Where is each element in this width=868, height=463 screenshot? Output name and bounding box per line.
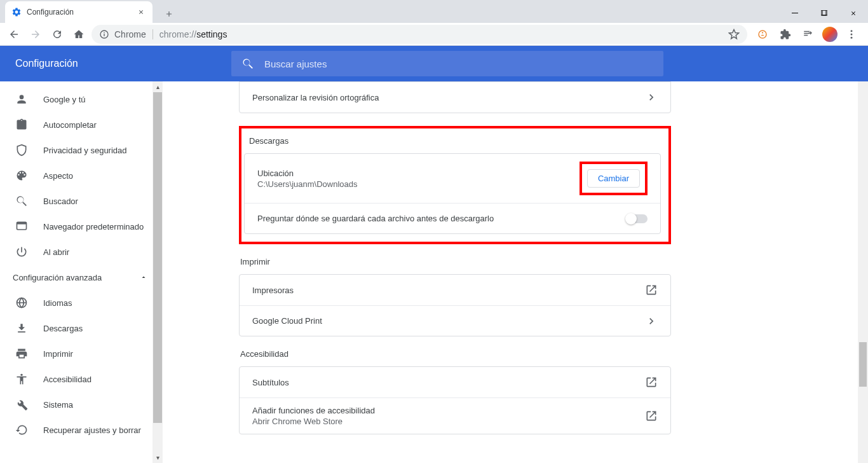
sidebar-item-label: Aspecto bbox=[43, 171, 73, 181]
spellcheck-card: Personalizar la revisión ortográfica bbox=[239, 81, 671, 113]
toolbar-right bbox=[751, 25, 863, 43]
site-info-icon bbox=[99, 29, 109, 39]
sidebar-item-downloads[interactable]: Descargas bbox=[0, 315, 163, 341]
svg-point-7 bbox=[851, 30, 853, 32]
ask-label: Preguntar dónde se guardará cada archivo… bbox=[257, 214, 494, 223]
back-button[interactable] bbox=[5, 25, 23, 43]
settings-search[interactable] bbox=[231, 51, 663, 76]
downloads-highlight: Descargas Ubicación C:\Users\juanm\Downl… bbox=[239, 126, 671, 244]
content-scrollbar[interactable] bbox=[858, 81, 868, 463]
printer-icon bbox=[15, 347, 28, 360]
clipboard-icon bbox=[15, 118, 28, 131]
search-icon bbox=[15, 195, 28, 207]
sidebar-item-appearance[interactable]: Aspecto bbox=[0, 163, 163, 188]
svg-rect-0 bbox=[792, 13, 798, 13]
home-button[interactable] bbox=[70, 25, 88, 43]
ask-toggle[interactable] bbox=[626, 214, 648, 223]
location-label: Ubicación bbox=[257, 169, 358, 178]
profile-avatar[interactable] bbox=[822, 27, 837, 42]
extension-icon[interactable] bbox=[754, 25, 771, 43]
sidebar: Google y tú Autocompletar Privacidad y s… bbox=[0, 81, 163, 463]
settings-favicon-icon bbox=[11, 7, 22, 17]
sidebar-item-google[interactable]: Google y tú bbox=[0, 86, 163, 112]
spellcheck-row[interactable]: Personalizar la revisión ortográfica bbox=[240, 82, 670, 113]
url-chip: Chrome bbox=[114, 29, 153, 39]
svg-point-13 bbox=[20, 374, 22, 376]
scroll-up-icon[interactable]: ▴ bbox=[153, 81, 163, 92]
close-window-button[interactable] bbox=[839, 4, 868, 23]
download-icon bbox=[15, 322, 28, 335]
minimize-button[interactable] bbox=[780, 4, 810, 23]
gcp-row[interactable]: Google Cloud Print bbox=[240, 305, 670, 336]
svg-point-4 bbox=[104, 32, 105, 33]
restore-icon bbox=[15, 424, 28, 436]
search-icon bbox=[241, 57, 254, 70]
sidebar-item-languages[interactable]: Idiomas bbox=[0, 290, 163, 315]
sidebar-item-reset[interactable]: Recuperar ajustes y borrar bbox=[0, 417, 163, 443]
subtitles-row[interactable]: Subtítulos bbox=[240, 367, 670, 397]
chevron-right-icon bbox=[645, 315, 658, 328]
scroll-thumb[interactable] bbox=[153, 92, 162, 423]
tab-close-icon[interactable] bbox=[136, 7, 146, 17]
sidebar-item-onstartup[interactable]: Al abrir bbox=[0, 239, 163, 265]
globe-icon bbox=[15, 296, 28, 309]
omnibox[interactable]: Chrome chrome://settings bbox=[92, 25, 747, 44]
svg-rect-1 bbox=[821, 10, 826, 15]
a11y-card: Subtítulos Añadir funciones de accesibil… bbox=[239, 366, 671, 434]
reading-list-icon[interactable] bbox=[799, 25, 817, 43]
content-area: Personalizar la revisión ortográfica Des… bbox=[163, 81, 868, 463]
sidebar-item-accessibility[interactable]: Accesibilidad bbox=[0, 366, 163, 392]
power-icon bbox=[15, 245, 28, 258]
star-icon[interactable] bbox=[728, 29, 740, 40]
row-sub: Abrir Chrome Web Store bbox=[252, 417, 375, 426]
svg-point-9 bbox=[851, 36, 853, 38]
sidebar-item-label: Privacidad y seguridad bbox=[43, 146, 127, 155]
svg-rect-2 bbox=[822, 10, 827, 15]
scroll-down-icon[interactable]: ▾ bbox=[153, 452, 163, 463]
sidebar-item-label: Idiomas bbox=[43, 298, 72, 308]
person-icon bbox=[15, 93, 28, 106]
main: Google y tú Autocompletar Privacidad y s… bbox=[0, 81, 868, 463]
wrench-icon bbox=[15, 398, 28, 411]
extensions-puzzle-icon[interactable] bbox=[776, 25, 794, 43]
download-location-row: Ubicación C:\Users\juanm\Downloads Cambi… bbox=[245, 154, 660, 203]
print-card: Impresoras Google Cloud Print bbox=[239, 274, 671, 336]
add-features-row[interactable]: Añadir funciones de accesibilidad Abrir … bbox=[240, 397, 670, 434]
svg-rect-11 bbox=[17, 222, 27, 224]
row-label: Subtítulos bbox=[252, 378, 289, 387]
sidebar-item-system[interactable]: Sistema bbox=[0, 392, 163, 417]
new-tab-button[interactable] bbox=[160, 5, 178, 23]
content-scroll-thumb[interactable] bbox=[859, 342, 867, 387]
sidebar-item-search[interactable]: Buscador bbox=[0, 188, 163, 214]
sidebar-item-print[interactable]: Imprimir bbox=[0, 341, 163, 366]
settings-search-input[interactable] bbox=[264, 59, 653, 69]
svg-point-8 bbox=[851, 33, 853, 35]
url-text: chrome://settings bbox=[159, 29, 227, 39]
sidebar-item-label: Sistema bbox=[43, 400, 73, 410]
browser-tab[interactable]: Configuración bbox=[5, 1, 153, 23]
tab-title: Configuración bbox=[27, 8, 74, 17]
sidebar-item-autofill[interactable]: Autocompletar bbox=[0, 112, 163, 137]
chrome-menu-icon[interactable] bbox=[843, 25, 860, 43]
location-path: C:\Users\juanm\Downloads bbox=[257, 179, 358, 189]
sidebar-scrollbar[interactable]: ▴ ▾ bbox=[153, 81, 163, 463]
printers-row[interactable]: Impresoras bbox=[240, 275, 670, 305]
change-button[interactable]: Cambiar bbox=[587, 169, 640, 188]
downloads-title: Descargas bbox=[249, 136, 661, 146]
sidebar-item-label: Al abrir bbox=[43, 247, 69, 257]
sidebar-item-label: Accesibilidad bbox=[43, 375, 92, 384]
sidebar-item-label: Descargas bbox=[43, 324, 83, 333]
print-title: Imprimir bbox=[240, 257, 671, 266]
sidebar-container: Google y tú Autocompletar Privacidad y s… bbox=[0, 81, 163, 463]
maximize-button[interactable] bbox=[810, 4, 839, 23]
download-ask-row: Preguntar dónde se guardará cada archivo… bbox=[245, 203, 660, 233]
palette-icon bbox=[15, 169, 28, 182]
reload-button[interactable] bbox=[48, 25, 66, 43]
sidebar-item-default-browser[interactable]: Navegador predeterminado bbox=[0, 214, 163, 239]
sidebar-advanced-toggle[interactable]: Configuración avanzada bbox=[0, 265, 163, 290]
toolbar: Chrome chrome://settings bbox=[0, 23, 868, 46]
forward-button[interactable] bbox=[27, 25, 44, 43]
accessibility-icon bbox=[15, 373, 28, 385]
sidebar-item-privacy[interactable]: Privacidad y seguridad bbox=[0, 137, 163, 163]
chevron-right-icon bbox=[645, 91, 658, 104]
